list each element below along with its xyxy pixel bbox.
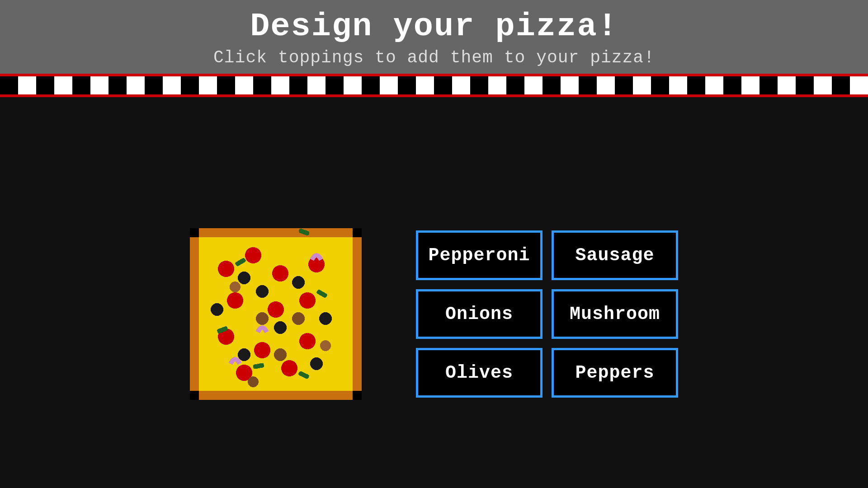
svg-point-21	[256, 285, 269, 298]
svg-point-19	[292, 276, 305, 289]
topping-btn-onions[interactable]: Onions	[416, 289, 542, 339]
svg-rect-2	[190, 228, 199, 237]
svg-point-7	[245, 247, 261, 263]
svg-point-30	[320, 340, 331, 351]
svg-rect-5	[353, 391, 362, 400]
topping-btn-olives[interactable]: Olives	[416, 348, 542, 398]
svg-point-23	[274, 321, 287, 334]
svg-rect-3	[353, 228, 362, 237]
checker-border	[0, 74, 868, 97]
topping-btn-mushroom[interactable]: Mushroom	[552, 289, 678, 339]
svg-point-15	[299, 333, 316, 349]
toppings-grid: PepperoniSausageOnionsMushroomOlivesPepp…	[416, 230, 678, 398]
subtitle-text: Click toppings to add them to your pizza…	[0, 48, 868, 67]
page-title: Design your pizza!	[0, 8, 868, 45]
svg-point-25	[310, 357, 323, 370]
svg-point-26	[256, 312, 269, 325]
svg-rect-4	[190, 391, 199, 400]
svg-point-22	[319, 312, 332, 325]
header-section: Design your pizza! Click toppings to add…	[0, 0, 868, 74]
pizza-display	[190, 228, 362, 400]
svg-point-31	[248, 376, 259, 387]
svg-point-14	[254, 342, 270, 358]
svg-point-20	[211, 303, 223, 316]
svg-point-27	[292, 312, 305, 325]
svg-point-17	[281, 360, 297, 376]
svg-point-8	[272, 265, 288, 282]
svg-point-28	[230, 282, 241, 292]
svg-point-11	[268, 301, 284, 318]
topping-btn-sausage[interactable]: Sausage	[552, 230, 678, 280]
svg-point-10	[227, 292, 243, 309]
svg-point-24	[238, 348, 250, 361]
topping-btn-peppers[interactable]: Peppers	[552, 348, 678, 398]
svg-point-18	[238, 272, 250, 284]
svg-point-12	[299, 292, 316, 309]
topping-btn-pepperoni[interactable]: Pepperoni	[416, 230, 542, 280]
svg-point-29	[274, 348, 287, 361]
main-content: PepperoniSausageOnionsMushroomOlivesPepp…	[0, 97, 868, 488]
content-row: PepperoniSausageOnionsMushroomOlivesPepp…	[190, 115, 678, 488]
svg-point-6	[218, 261, 234, 277]
